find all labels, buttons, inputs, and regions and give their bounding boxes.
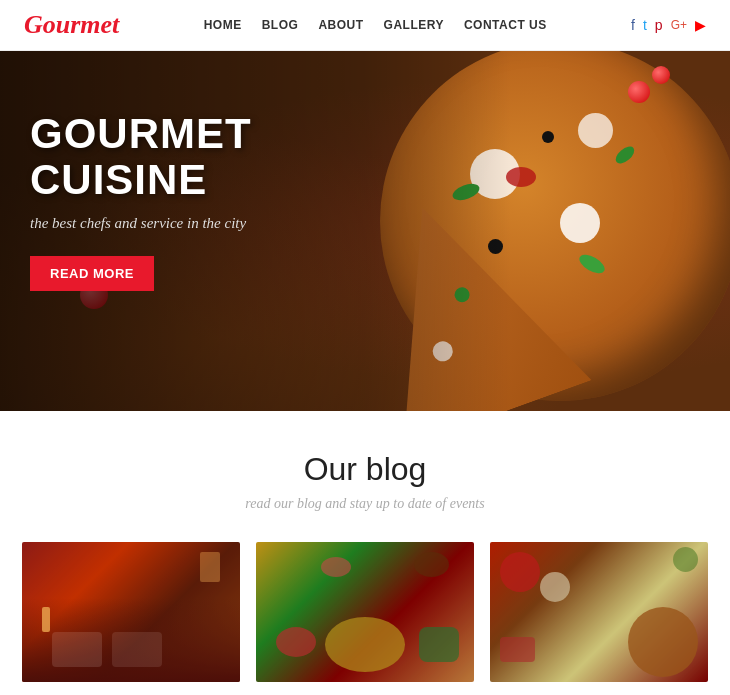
blog-section: Our blog read our blog and stay up to da… [0, 411, 730, 695]
card-2-inner [256, 542, 474, 682]
logo: Gourmet [24, 10, 119, 40]
blog-card-3-image [490, 542, 708, 682]
nav-gallery[interactable]: GALLERY [384, 18, 444, 32]
hero-content: GOURMET CUISINE the best chefs and servi… [30, 111, 410, 291]
blog-card-2-image [256, 542, 474, 682]
twitter-icon[interactable]: t [643, 17, 647, 33]
pinterest-icon[interactable]: p [655, 17, 663, 33]
social-icons: f t p G+ ▶ [631, 17, 706, 33]
googleplus-icon[interactable]: G+ [671, 18, 687, 32]
header: Gourmet HOME BLOG ABOUT GALLERY CONTACT … [0, 0, 730, 51]
main-nav: HOME BLOG ABOUT GALLERY CONTACT US [204, 18, 547, 32]
card-3-inner [490, 542, 708, 682]
nav-about[interactable]: ABOUT [318, 18, 363, 32]
hero-section: GOURMET CUISINE the best chefs and servi… [0, 51, 730, 411]
hero-subtitle: the best chefs and service in the city [30, 215, 410, 232]
blog-card-1-image [22, 542, 240, 682]
hero-read-more-button[interactable]: Read more [30, 256, 154, 291]
nav-blog[interactable]: BLOG [262, 18, 299, 32]
blog-section-title: Our blog [20, 451, 710, 488]
blog-card-1: Pleasant atmosphere "On the other hand, … [22, 542, 240, 695]
nav-home[interactable]: HOME [204, 18, 242, 32]
facebook-icon[interactable]: f [631, 17, 635, 33]
blog-card-2: Delicious dishes "On the other hand, we … [256, 542, 474, 695]
blog-section-subtitle: read our blog and stay up to date of eve… [20, 496, 710, 512]
blog-card-3: Unforgettable taste "On the other hand, … [490, 542, 708, 695]
nav-contact[interactable]: CONTACT US [464, 18, 547, 32]
blog-cards-container: Pleasant atmosphere "On the other hand, … [20, 542, 710, 695]
card-1-inner [22, 542, 240, 682]
youtube-icon[interactable]: ▶ [695, 17, 706, 33]
hero-title: GOURMET CUISINE [30, 111, 410, 203]
